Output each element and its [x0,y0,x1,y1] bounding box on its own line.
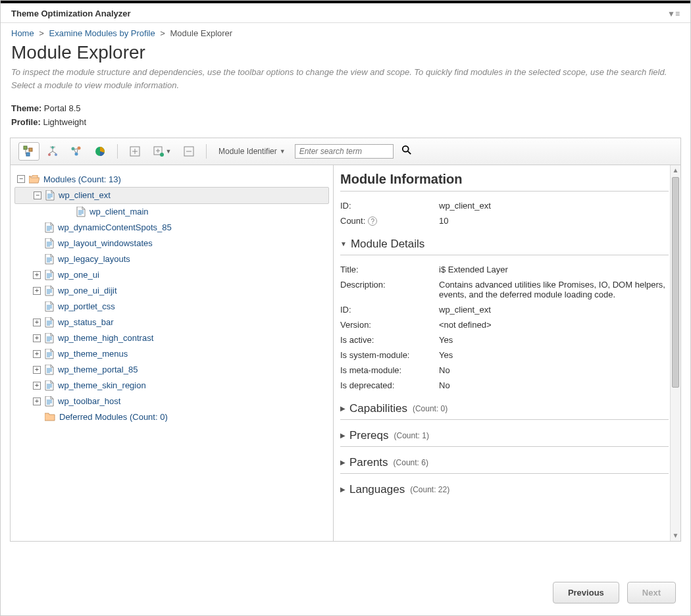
file-icon [45,396,54,407]
tree-item[interactable]: +wp_theme_menus [14,346,329,362]
tree-item[interactable]: wp_dynamicContentSpots_85 [14,220,329,236]
menu-icon[interactable]: ▼≡ [667,9,680,18]
tree-item-label: wp_theme_menus [58,349,128,359]
collapse-icon[interactable]: − [17,175,25,183]
detail-value: No [439,365,669,375]
tree-item[interactable]: wp_portlet_css [14,299,329,315]
triangle-right-icon: ▶ [340,459,346,466]
tree-item[interactable]: +wp_status_bar [14,315,329,330]
svg-point-4 [48,153,51,156]
scroll-down-icon[interactable]: ▼ [671,530,680,541]
svg-point-8 [75,152,78,155]
scrollbar[interactable]: ▲ ▼ [670,165,680,541]
file-icon [45,270,54,280]
file-icon [45,333,54,344]
previous-button[interactable]: Previous [553,582,619,603]
expand-icon[interactable]: + [33,350,41,358]
file-icon [45,238,54,249]
tree-view-icon[interactable] [18,142,39,161]
section-prereqs[interactable]: ▶Prereqs(Count: 1) [340,429,669,442]
toolbar-divider [117,144,118,159]
section-parents[interactable]: ▶Parents(Count: 6) [340,456,669,469]
detail-value: i$ Extended Layer [439,265,669,274]
detail-label: Version: [340,320,439,330]
divider [340,191,669,192]
breadcrumb-home[interactable]: Home [11,28,34,38]
pie-chart-icon[interactable] [90,142,111,161]
expand-icon[interactable]: + [33,319,41,326]
hierarchy-icon[interactable] [42,142,63,161]
expand-icon[interactable]: + [33,334,41,342]
help-icon[interactable]: ? [368,217,377,226]
tree-item-label: wp_theme_high_contrast [58,333,153,343]
tree-item[interactable]: wp_client_main [14,204,329,220]
collapse-dropdown-icon[interactable]: ▼ [148,142,176,161]
info-heading: Module Information [340,172,669,187]
file-icon [45,380,54,391]
file-icon [76,207,86,217]
detail-value: No [439,380,669,390]
file-icon [45,286,54,296]
section-title: Languages [349,483,405,496]
footer: Previous Next [1,570,690,615]
expand-icon[interactable]: + [33,271,41,279]
scroll-thumb[interactable] [672,177,679,388]
breadcrumb-examine[interactable]: Examine Modules by Profile [49,28,155,38]
graph-icon[interactable] [66,142,87,161]
expand-all-icon[interactable] [124,142,145,161]
section-count: (Count: 6) [394,458,428,467]
next-button[interactable]: Next [627,582,676,603]
tree-root-label: Modules (Count: 13) [43,174,121,184]
tree-item-label: wp_portlet_css [58,301,115,311]
search-icon[interactable] [401,145,412,157]
folder-open-icon [29,175,39,184]
tree-item[interactable]: +wp_theme_skin_region [14,378,329,394]
triangle-down-icon: ▼ [340,240,347,247]
section-details[interactable]: ▼ Module Details [340,238,669,251]
file-icon [45,222,54,233]
expand-icon[interactable]: + [33,398,41,405]
section-title: Prereqs [349,429,389,442]
tree-deferred[interactable]: Deferred Modules (Count: 0) [14,409,329,424]
detail-label: ID: [340,305,439,315]
detail-value: Yes [439,335,669,345]
section-capabilities[interactable]: ▶Capabilities(Count: 0) [340,402,669,415]
divider [340,473,669,474]
toggle-blank [33,240,41,247]
tree-item-label: wp_client_ext [59,190,111,200]
toggle-blank [33,303,41,311]
tree-deferred-label: Deferred Modules (Count: 0) [59,412,168,422]
detail-label: Is deprecated: [340,380,439,390]
toolbar: ▼ Module Identifier▼ [10,138,681,165]
tree-item[interactable]: −wp_client_ext [14,187,329,204]
section-details-title: Module Details [351,238,424,251]
tree-item[interactable]: wp_legacy_layouts [14,251,329,267]
file-icon [45,349,54,359]
file-icon [45,317,54,328]
tree-item[interactable]: +wp_theme_portal_85 [14,362,329,378]
tree-item[interactable]: +wp_toolbar_host [14,394,329,409]
breadcrumb-current: Module Explorer [170,28,233,38]
info-id-value: wp_client_ext [439,201,669,211]
section-languages[interactable]: ▶Languages(Count: 22) [340,483,669,496]
tree-item[interactable]: wp_layout_windowstates [14,236,329,251]
scroll-up-icon[interactable]: ▲ [671,165,680,176]
tree-item[interactable]: +wp_theme_high_contrast [14,330,329,346]
tree-item[interactable]: +wp_one_ui [14,267,329,283]
collapse-all-icon[interactable] [178,142,199,161]
file-icon [45,190,55,201]
tree-item-label: wp_client_main [90,207,149,217]
expand-icon[interactable]: + [33,366,41,374]
tree-item[interactable]: +wp_one_ui_dijit [14,283,329,299]
section-count: (Count: 22) [410,485,449,494]
expand-icon[interactable]: + [33,382,41,390]
tree-root[interactable]: − Modules (Count: 13) [14,172,329,187]
collapse-icon[interactable]: − [34,192,41,199]
info-count-value: 10 [439,216,669,226]
profile-label: Profile: [11,117,41,127]
expand-icon[interactable]: + [33,287,41,295]
tree-item-label: wp_theme_skin_region [58,380,146,390]
detail-label: Title: [340,265,439,274]
search-input[interactable] [295,144,394,159]
scope-dropdown[interactable]: Module Identifier▼ [218,147,286,156]
